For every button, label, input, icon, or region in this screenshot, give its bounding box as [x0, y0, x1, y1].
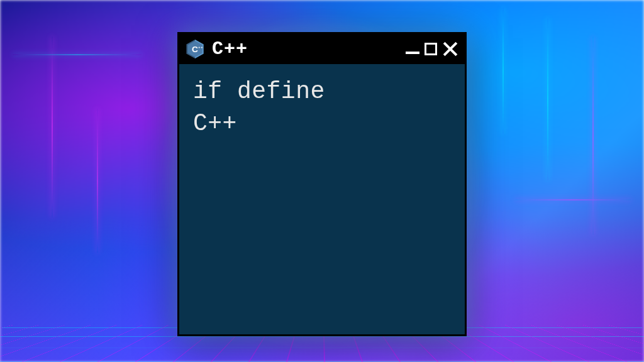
svg-text:+: +	[201, 45, 203, 49]
window-controls	[406, 41, 458, 57]
code-window: C + + C++ if define C++	[177, 32, 467, 336]
close-button[interactable]	[442, 41, 458, 57]
code-line: C++	[193, 107, 451, 140]
editor-body[interactable]: if define C++	[179, 64, 465, 334]
svg-text:+: +	[198, 45, 200, 49]
svg-text:C: C	[192, 45, 198, 54]
cpp-logo-icon: C + +	[184, 38, 206, 60]
window-title: C++	[212, 38, 399, 60]
minimize-button[interactable]	[406, 52, 419, 54]
titlebar[interactable]: C + + C++	[179, 34, 465, 64]
maximize-button[interactable]	[425, 43, 437, 55]
code-line: if define	[193, 75, 451, 107]
